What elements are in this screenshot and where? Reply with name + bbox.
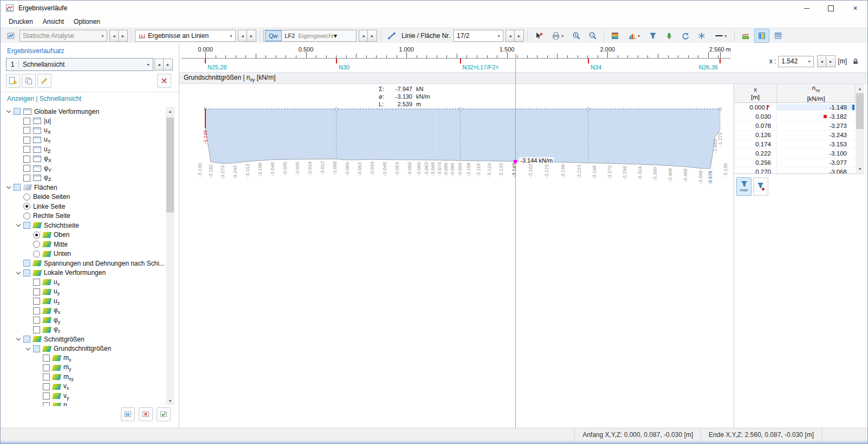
table-row[interactable]: 0.078-3.273 [734,121,864,131]
scroll-up-icon[interactable]: ▲ [856,84,864,93]
close-button[interactable]: × [843,1,867,16]
print-button[interactable]: ▾ [547,29,568,43]
checkbox[interactable] [23,175,30,182]
next-analysis-button[interactable]: ► [119,30,128,42]
tree-item[interactable]: Spannungen und Dehnungen nach Schi... [4,259,164,268]
checkbox[interactable] [23,127,30,134]
tree-item[interactable]: ux [4,278,164,287]
tables-button[interactable] [770,29,786,43]
zoom-in-button[interactable] [569,29,584,43]
tree-item[interactable]: Lokale Verformungen [4,268,164,278]
checkbox[interactable] [33,279,40,286]
checkbox[interactable] [43,374,50,381]
tree-item[interactable]: Flächen [4,183,164,192]
edit-set-button[interactable] [37,74,51,88]
loadcase-combo[interactable]: Qw LF2 Eigengewicht ▾ [263,30,357,42]
tree-item[interactable]: Schichtseite [4,221,164,230]
result-values-button[interactable] [738,29,753,43]
zoom-out-button[interactable] [585,29,600,43]
refresh-button[interactable] [678,29,693,43]
checkbox[interactable] [23,165,30,172]
tree-item[interactable]: φy [4,316,164,325]
menu-item[interactable]: Drucken [4,16,38,28]
control-panel-toggle-button[interactable] [754,29,769,43]
delete-set-button[interactable] [157,74,171,88]
prev-loadcase-button[interactable]: ◄ [359,30,368,42]
radio-button[interactable] [23,203,30,210]
copy-set-button[interactable] [22,74,36,88]
expander-icon[interactable] [5,184,12,191]
checkbox[interactable] [33,298,40,305]
radio-button[interactable] [33,250,40,258]
tree-item[interactable]: Mitte [4,240,164,249]
checkbox[interactable] [14,108,21,115]
x-prev-button[interactable]: ◄ [817,55,826,67]
tree-item[interactable]: uY [4,136,164,145]
ruler[interactable]: 0.0000.5001.0001.5002.0002.560 mN25,28N3… [179,43,868,72]
scroll-down-icon[interactable]: ▼ [856,164,864,173]
tree-item[interactable]: my [4,363,164,373]
radio-button[interactable] [33,231,40,239]
tree-item[interactable]: φz [4,325,164,335]
check-defaults-button[interactable] [121,407,135,421]
table-row[interactable]: 0.030-3.182 [734,112,864,121]
next-line-button[interactable]: ► [515,30,524,42]
checkbox[interactable] [33,307,40,314]
smoothing-button[interactable] [662,29,677,43]
checkbox[interactable] [43,392,50,400]
checkbox[interactable] [23,156,30,163]
scroll-up-icon[interactable]: ▲ [166,107,174,115]
checkbox[interactable] [33,345,40,352]
tree-item[interactable]: Grundschnittgrößen [4,344,164,354]
tree-item[interactable]: φx [4,306,164,316]
minimize-button[interactable] [794,1,819,16]
loadcase-chip[interactable]: Qw [265,30,282,41]
table-row[interactable]: 0.256-3.077 [734,158,864,168]
tree-item[interactable]: Rechte Seite [4,211,164,221]
checkbox[interactable] [23,146,30,153]
result-type-combo[interactable]: Ergebnisse an Linien ▾ [135,30,236,42]
checkbox[interactable] [23,260,30,267]
table-scrollbar[interactable]: ▲ ▼ [856,84,864,173]
prev-analysis-button[interactable]: ◄ [109,30,119,42]
next-result-type-button[interactable]: ► [247,30,256,42]
expander-icon[interactable] [15,336,22,343]
table-row[interactable]: 0.126-3.243 [734,131,864,140]
checkbox[interactable] [33,288,40,295]
tree-scrollbar[interactable]: ▲ ▼ [166,107,174,405]
analysis-combo[interactable]: Statische Analyse ▾ [20,30,107,42]
tree-item[interactable]: nx [4,401,164,407]
radio-button[interactable] [33,241,40,248]
new-set-button[interactable] [6,74,20,88]
tree-item[interactable]: Beide Seiten [4,192,164,202]
check-all-button[interactable] [157,407,171,421]
result-set-combo[interactable]: 1 Schnellansicht ▾ [6,58,153,71]
x-next-button[interactable]: ► [826,55,835,67]
checkbox[interactable] [43,383,50,390]
checkbox[interactable] [23,137,30,144]
expander-icon[interactable] [15,269,22,276]
tree-item[interactable]: uX [4,126,164,136]
uncheck-all-button[interactable] [139,407,153,421]
checkbox[interactable] [23,118,30,125]
tree-item[interactable]: Schnittgrößen [4,334,164,344]
tree-item[interactable]: Oben [4,230,164,240]
prev-line-button[interactable]: ◄ [506,30,515,42]
result-diagram-svg[interactable] [179,84,734,428]
table-row[interactable]: 0.222-3.100 [734,149,864,158]
radio-button[interactable] [23,213,30,220]
remove-result-point-button[interactable] [531,29,546,43]
tree-item[interactable]: |u| [4,117,164,126]
filter-extremes-button[interactable] [753,177,768,196]
tree-item[interactable]: uy [4,287,164,297]
lock-button[interactable] [849,55,862,68]
filter-button[interactable] [645,29,660,43]
result-line-icon[interactable] [384,29,399,43]
tree-item[interactable]: Globale Verformungen [4,107,164,117]
x-value-combo[interactable]: 1.542 ▾ [778,56,814,67]
tree-item[interactable]: mxy [4,372,164,382]
section-points-button[interactable] [694,29,709,43]
tree-item[interactable]: Linke Seite [4,202,164,211]
prev-set-button[interactable]: ◄ [154,59,164,70]
expander-icon[interactable] [24,345,32,352]
